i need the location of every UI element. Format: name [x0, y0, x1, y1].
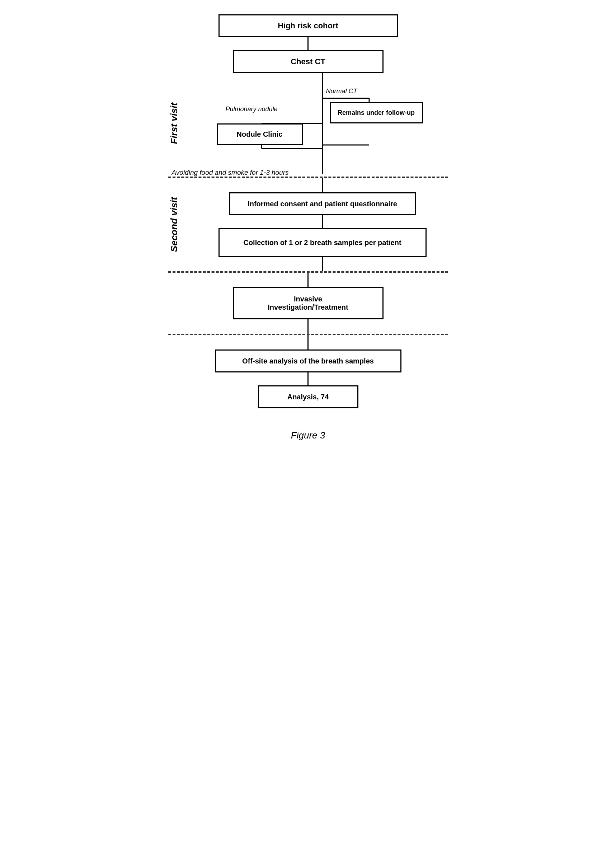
- second-visit-section: Second visit Informed consent and patien…: [154, 178, 462, 271]
- first-visit-section: First visit: [154, 73, 462, 174]
- figure-caption: Figure 3: [291, 430, 325, 441]
- high-risk-box: High risk cohort: [218, 14, 398, 37]
- connector-8: [307, 372, 309, 385]
- offsite-label: Off-site analysis of the breath samples: [242, 357, 374, 365]
- second-visit-label-col: Second visit: [154, 178, 182, 271]
- remains-follow-up-label: Remains under follow-up: [338, 109, 415, 117]
- figure-caption-text: Figure 3: [291, 430, 325, 440]
- first-visit-label-col: First visit: [154, 73, 182, 174]
- connector-2: [322, 178, 323, 192]
- first-visit-label: First visit: [168, 103, 180, 144]
- connector-5: [307, 273, 309, 287]
- connector-7: [307, 335, 309, 350]
- analysis-label: Analysis, 74: [287, 393, 329, 401]
- invasive-label: Invasive Investigation/Treatment: [268, 295, 348, 311]
- normal-ct-label: Normal CT: [326, 87, 357, 95]
- avoiding-note: Avoiding food and smoke for 1-3 hours: [172, 169, 289, 176]
- normal-ct-text: Normal CT: [326, 87, 357, 95]
- pulmonary-nodule-text: Pulmonary nodule: [226, 106, 278, 112]
- analysis-box: Analysis, 74: [258, 385, 359, 408]
- chest-ct-label: Chest CT: [291, 57, 325, 66]
- connector-4: [322, 257, 323, 271]
- breath-samples-label: Collection of 1 or 2 breath samples per …: [243, 239, 401, 247]
- offsite-box: Off-site analysis of the breath samples: [215, 350, 401, 372]
- informed-consent-label: Informed consent and patient questionnai…: [248, 200, 397, 208]
- remains-follow-up-box: Remains under follow-up: [330, 102, 423, 123]
- invasive-box: Invasive Investigation/Treatment: [233, 287, 384, 319]
- flowchart: High risk cohort Chest CT First visit: [154, 14, 462, 441]
- breath-samples-box: Collection of 1 or 2 breath samples per …: [218, 228, 427, 257]
- high-risk-label: High risk cohort: [278, 21, 338, 31]
- connector-1: [307, 37, 309, 50]
- pulmonary-nodule-label: Pulmonary nodule: [226, 106, 278, 113]
- nodule-clinic-label: Nodule Clinic: [237, 130, 283, 139]
- connector-6: [307, 319, 309, 334]
- informed-consent-box: Informed consent and patient questionnai…: [229, 192, 416, 215]
- first-visit-content: Pulmonary nodule Nodule Clinic Normal CT…: [182, 73, 462, 174]
- connector-3: [322, 215, 323, 228]
- nodule-clinic-box: Nodule Clinic: [217, 123, 303, 145]
- chest-ct-box: Chest CT: [233, 50, 384, 73]
- second-visit-content: Informed consent and patient questionnai…: [182, 178, 462, 271]
- branch-container: Pulmonary nodule Nodule Clinic Normal CT…: [215, 73, 430, 174]
- page: High risk cohort Chest CT First visit: [154, 14, 462, 441]
- avoiding-text: Avoiding food and smoke for 1-3 hours: [172, 169, 289, 176]
- second-visit-label: Second visit: [168, 197, 180, 252]
